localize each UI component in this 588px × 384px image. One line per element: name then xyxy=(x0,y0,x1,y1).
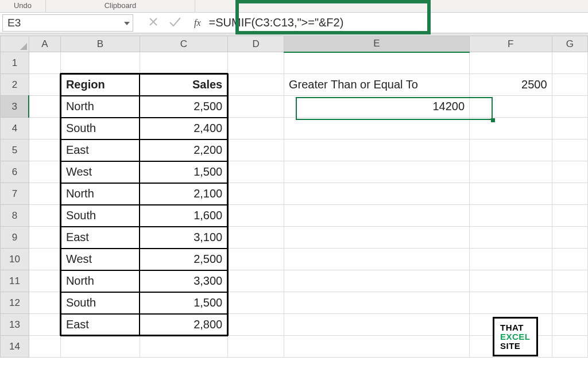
cell-E9[interactable] xyxy=(284,227,469,249)
cell-G8[interactable] xyxy=(552,205,587,227)
cell-A8[interactable] xyxy=(29,205,60,227)
selection-fill-handle[interactable] xyxy=(491,118,495,122)
cell-C7[interactable]: 2,100 xyxy=(140,183,227,205)
cell-A12[interactable] xyxy=(29,292,60,314)
cell-B9[interactable]: East xyxy=(60,227,140,249)
cell-F7[interactable] xyxy=(470,183,552,205)
row-header-3[interactable]: 3 xyxy=(1,96,29,118)
cell-F2[interactable]: 2500 xyxy=(470,74,552,96)
cell-B4[interactable]: South xyxy=(60,118,140,139)
cell-B14[interactable] xyxy=(60,336,140,358)
cell-A4[interactable] xyxy=(29,118,60,139)
cell-E5[interactable] xyxy=(284,139,469,161)
cell-C14[interactable] xyxy=(140,336,227,358)
cell-A5[interactable] xyxy=(29,139,60,161)
cell-D2[interactable] xyxy=(228,74,284,96)
cell-D11[interactable] xyxy=(228,270,284,292)
cell-D4[interactable] xyxy=(228,118,284,139)
row-header-4[interactable]: 4 xyxy=(1,118,29,139)
row-header-5[interactable]: 5 xyxy=(1,139,29,161)
row-header-12[interactable]: 12 xyxy=(1,292,29,314)
fx-label[interactable]: fx xyxy=(194,18,207,28)
cell-C13[interactable]: 2,800 xyxy=(140,314,227,336)
cell-E7[interactable] xyxy=(284,183,469,205)
row-header-13[interactable]: 13 xyxy=(1,314,29,336)
cell-B12[interactable]: South xyxy=(60,292,140,314)
col-header-G[interactable]: G xyxy=(552,36,587,52)
formula-input[interactable]: =SUMIF(C3:C13,">="&F2) xyxy=(207,14,588,32)
cell-D1[interactable] xyxy=(228,52,284,74)
cell-E4[interactable] xyxy=(284,118,469,139)
cell-D12[interactable] xyxy=(228,292,284,314)
cell-B7[interactable]: North xyxy=(60,183,140,205)
cell-D7[interactable] xyxy=(228,183,284,205)
enter-icon[interactable] xyxy=(169,17,181,29)
cell-B13[interactable]: East xyxy=(60,314,140,336)
cell-C5[interactable]: 2,200 xyxy=(140,139,227,161)
cell-A1[interactable] xyxy=(29,52,60,74)
cell-B11[interactable]: North xyxy=(60,270,140,292)
cell-F8[interactable] xyxy=(470,205,552,227)
cell-C1[interactable] xyxy=(140,52,227,74)
cell-G3[interactable] xyxy=(552,96,587,118)
col-header-E[interactable]: E xyxy=(284,36,469,52)
cell-C10[interactable]: 2,500 xyxy=(140,249,227,270)
row-header-7[interactable]: 7 xyxy=(1,183,29,205)
cell-A2[interactable] xyxy=(29,74,60,96)
cell-B1[interactable] xyxy=(60,52,140,74)
cell-G2[interactable] xyxy=(552,74,587,96)
cell-A9[interactable] xyxy=(29,227,60,249)
cell-G11[interactable] xyxy=(552,270,587,292)
cell-E1[interactable] xyxy=(284,52,469,74)
cell-A10[interactable] xyxy=(29,249,60,270)
cell-B10[interactable]: West xyxy=(60,249,140,270)
spreadsheet-grid[interactable]: ABCDEFG12RegionSalesGreater Than or Equa… xyxy=(0,36,588,358)
row-header-6[interactable]: 6 xyxy=(1,161,29,183)
cell-A3[interactable] xyxy=(29,96,60,118)
name-box[interactable]: E3 xyxy=(2,14,133,32)
cell-C3[interactable]: 2,500 xyxy=(140,96,227,118)
cell-D10[interactable] xyxy=(228,249,284,270)
row-header-8[interactable]: 8 xyxy=(1,205,29,227)
cell-G14[interactable] xyxy=(552,336,587,358)
row-header-10[interactable]: 10 xyxy=(1,249,29,270)
cell-C2[interactable]: Sales xyxy=(140,74,227,96)
cell-G12[interactable] xyxy=(552,292,587,314)
cell-F6[interactable] xyxy=(470,161,552,183)
col-header-C[interactable]: C xyxy=(140,36,227,52)
cell-B2[interactable]: Region xyxy=(60,74,140,96)
cell-A14[interactable] xyxy=(29,336,60,358)
select-all-corner[interactable] xyxy=(1,36,29,52)
cell-G6[interactable] xyxy=(552,161,587,183)
cell-C12[interactable]: 1,500 xyxy=(140,292,227,314)
cell-E14[interactable] xyxy=(284,336,469,358)
cell-G4[interactable] xyxy=(552,118,587,139)
cell-F3[interactable] xyxy=(470,96,552,118)
cell-B8[interactable]: South xyxy=(60,205,140,227)
cell-D5[interactable] xyxy=(228,139,284,161)
cell-D8[interactable] xyxy=(228,205,284,227)
cell-A7[interactable] xyxy=(29,183,60,205)
cell-E2[interactable]: Greater Than or Equal To xyxy=(284,74,469,96)
col-header-B[interactable]: B xyxy=(60,36,140,52)
cell-F1[interactable] xyxy=(470,52,552,74)
cell-B6[interactable]: West xyxy=(60,161,140,183)
cell-D3[interactable] xyxy=(228,96,284,118)
cell-C8[interactable]: 1,600 xyxy=(140,205,227,227)
row-header-14[interactable]: 14 xyxy=(1,336,29,358)
row-header-2[interactable]: 2 xyxy=(1,74,29,96)
col-header-F[interactable]: F xyxy=(470,36,552,52)
cell-G1[interactable] xyxy=(552,52,587,74)
cell-E3[interactable]: 14200 xyxy=(284,96,469,118)
row-header-11[interactable]: 11 xyxy=(1,270,29,292)
row-header-9[interactable]: 9 xyxy=(1,227,29,249)
cell-A13[interactable] xyxy=(29,314,60,336)
cell-E10[interactable] xyxy=(284,249,469,270)
cell-F11[interactable] xyxy=(470,270,552,292)
cell-E11[interactable] xyxy=(284,270,469,292)
cell-D9[interactable] xyxy=(228,227,284,249)
row-header-1[interactable]: 1 xyxy=(1,52,29,74)
cell-D13[interactable] xyxy=(228,314,284,336)
cell-A11[interactable] xyxy=(29,270,60,292)
cell-B5[interactable]: East xyxy=(60,139,140,161)
